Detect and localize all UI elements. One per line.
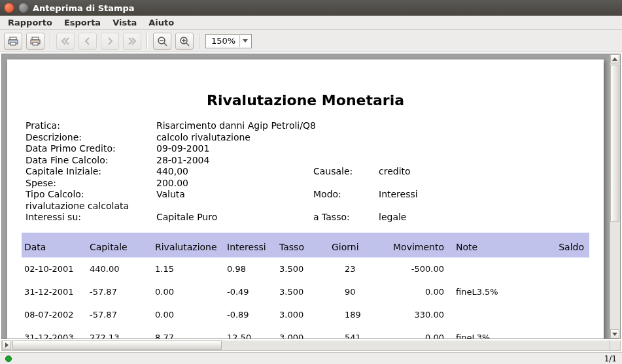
cell xyxy=(456,264,534,274)
zoom-value: 150% xyxy=(211,36,235,46)
meta-label: Descrizione: xyxy=(26,132,156,144)
col-header: Giorni xyxy=(332,242,390,252)
minimize-window-button[interactable] xyxy=(18,3,29,13)
close-window-button[interactable] xyxy=(4,3,14,13)
meta-value: 09-09-2001 xyxy=(156,143,477,155)
meta-label: Data Fine Calcolo: xyxy=(26,155,156,167)
col-header: Data xyxy=(24,242,90,252)
menu-rapporto[interactable]: Rapporto xyxy=(3,16,58,29)
svg-rect-0 xyxy=(10,37,16,40)
table-row: 08-07-2002-57.870.00-0.893.000189330.00 xyxy=(22,303,589,326)
svg-line-7 xyxy=(164,43,167,46)
table-body: 02-10-2001440.001.150.983.50023-500.0031… xyxy=(22,257,589,339)
cell: 440.00 xyxy=(90,264,155,274)
cell: 23 xyxy=(332,264,390,274)
table-header: Data Capitale Rivalutazione Interessi Ta… xyxy=(22,233,589,257)
zoom-out-button[interactable] xyxy=(153,33,171,50)
cell: 12.50 xyxy=(227,333,279,339)
toolbar-separator xyxy=(147,33,148,49)
svg-rect-5 xyxy=(33,42,38,45)
scroll-thumb[interactable] xyxy=(610,65,619,222)
meta-value: credito xyxy=(379,166,477,178)
cell: 3.500 xyxy=(279,287,332,297)
cell: 02-10-2001 xyxy=(24,264,90,274)
cell xyxy=(534,333,587,339)
page: Rivalutazione Monetaria Pratica: Risarci… xyxy=(7,59,604,339)
meta-label: Spese: xyxy=(26,178,156,190)
col-header: Tasso xyxy=(279,242,332,252)
table-row: 02-10-2001440.001.150.983.50023-500.00 xyxy=(22,257,589,280)
titlebar: Anteprima di Stampa xyxy=(0,0,622,16)
meta-value: 28-01-2004 xyxy=(156,155,477,167)
meta-label: Interessi su: xyxy=(26,212,156,223)
cell: 541 xyxy=(332,333,390,339)
cell: 330.00 xyxy=(390,310,456,320)
menu-esporta[interactable]: Esporta xyxy=(59,16,106,29)
cell xyxy=(456,310,534,320)
first-page-button[interactable] xyxy=(56,33,75,50)
chevron-down-icon xyxy=(239,35,250,47)
cell: 0.00 xyxy=(155,310,227,320)
meta-value: calcolo rivalutazione xyxy=(156,132,477,144)
cell: fineL3% xyxy=(456,333,534,339)
document-meta: Pratica: Risarcimento danni Agip Petroli… xyxy=(26,120,589,223)
preview-area: Rivalutazione Monetaria Pratica: Risarci… xyxy=(1,54,621,339)
cell: -0.89 xyxy=(227,310,279,320)
col-header: Note xyxy=(456,242,534,252)
last-page-button[interactable] xyxy=(123,33,141,50)
window-title: Anteprima di Stampa xyxy=(33,3,135,13)
col-header: Movimento xyxy=(390,242,456,252)
cell: 0.98 xyxy=(227,264,279,274)
prev-page-button[interactable] xyxy=(78,33,97,50)
menubar: Rapporto Esporta Vista Aiuto xyxy=(0,16,622,30)
meta-label: Causale: xyxy=(313,166,379,178)
cell: 08-07-2002 xyxy=(24,310,90,320)
horizontal-scrollbar[interactable] xyxy=(2,340,610,350)
toolbar: 150% xyxy=(0,30,622,52)
zoom-combobox[interactable]: 150% xyxy=(205,34,252,48)
meta-value: Risarcimento danni Agip Petroli/Q8 xyxy=(156,120,477,132)
menu-vista[interactable]: Vista xyxy=(107,16,142,29)
cell: 3.500 xyxy=(279,264,332,274)
col-header: Saldo xyxy=(534,242,587,252)
vertical-scrollbar[interactable] xyxy=(610,54,620,339)
svg-rect-3 xyxy=(32,37,39,40)
meta-label: Pratica: xyxy=(26,120,156,132)
cell: fineL3.5% xyxy=(456,287,534,297)
document-title: Rivalutazione Monetaria xyxy=(22,92,589,108)
print-button[interactable] xyxy=(4,33,22,50)
zoom-in-button[interactable] xyxy=(175,33,194,50)
viewport[interactable]: Rivalutazione Monetaria Pratica: Risarci… xyxy=(2,54,610,339)
print-setup-button[interactable] xyxy=(26,33,44,50)
svg-rect-2 xyxy=(10,42,16,45)
meta-label: rivalutazione calcolata xyxy=(26,201,477,212)
next-page-button[interactable] xyxy=(101,33,119,50)
scroll-thumb[interactable] xyxy=(12,340,222,350)
table-row: 31-12-2001-57.870.00-0.493.500900.00fine… xyxy=(22,280,589,303)
meta-label: Capitale Iniziale: xyxy=(26,166,156,178)
scroll-down-button[interactable] xyxy=(610,329,619,339)
cell: 3.000 xyxy=(279,333,332,339)
col-header: Capitale xyxy=(90,242,155,252)
cell: 0.00 xyxy=(155,287,227,297)
cell: -57.87 xyxy=(90,310,155,320)
cell: 31-12-2001 xyxy=(24,287,90,297)
cell: -500.00 xyxy=(390,264,456,274)
scroll-corner xyxy=(610,340,620,350)
col-header: Rivalutazione xyxy=(155,242,227,252)
meta-value: legale xyxy=(379,212,477,223)
cell: 3.000 xyxy=(279,310,332,320)
menu-aiuto[interactable]: Aiuto xyxy=(143,16,179,29)
toolbar-separator xyxy=(199,33,200,49)
meta-value: 440,00 xyxy=(156,166,313,178)
col-header: Interessi xyxy=(227,242,279,252)
meta-label: Tipo Calcolo: xyxy=(26,189,156,201)
cell: 272.13 xyxy=(90,333,155,339)
page-counter: 1/1 xyxy=(604,354,617,363)
cell xyxy=(534,264,587,274)
scroll-right-button[interactable] xyxy=(2,340,11,350)
scroll-up-button[interactable] xyxy=(610,54,619,63)
svg-line-10 xyxy=(186,43,189,46)
meta-value: Interessi xyxy=(379,189,477,201)
statusbar: 1/1 xyxy=(0,352,622,364)
